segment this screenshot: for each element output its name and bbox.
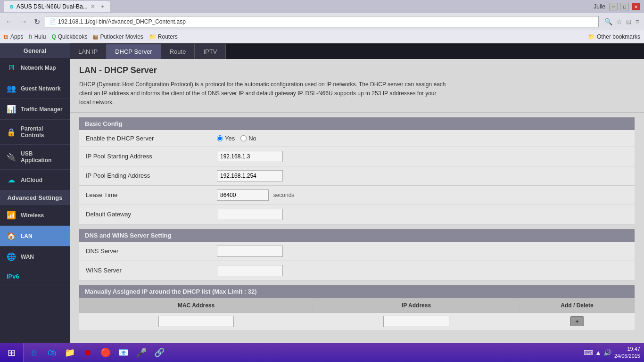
aicloud-icon: ☁ xyxy=(7,175,16,184)
bookmark-hulu[interactable]: h Hulu xyxy=(29,33,46,40)
sidebar-item-wan[interactable]: 🌐 WAN xyxy=(0,247,70,267)
taskbar: ⊞ e 🛍 📁 ⏺ 🔴 📧 🎤 🔗 ⌨ ▲ 🔊 xyxy=(0,343,644,362)
taskbar-ie[interactable]: e xyxy=(25,344,42,361)
tab-iptv[interactable]: IPTV xyxy=(195,44,226,59)
ip-pool-start-input[interactable] xyxy=(217,151,283,162)
traffic-manager-label: Traffic Manager xyxy=(21,106,63,113)
browser-tab[interactable]: ⚙ ASUS DSL-N66U Dual-Ba... ✕ + xyxy=(4,1,110,12)
mac-address-col: MAC Address xyxy=(80,298,313,313)
other-bookmarks[interactable]: 📁 Other bookmarks xyxy=(588,33,640,40)
tab-lan-ip[interactable]: LAN IP xyxy=(70,44,107,59)
close-button[interactable]: ✕ xyxy=(632,3,640,10)
sidebar-item-parental-controls[interactable]: 🔒 Parental Controls xyxy=(0,120,70,145)
menu-button[interactable]: ≡ xyxy=(635,17,640,26)
store-icon: 🛍 xyxy=(48,348,56,358)
other-bookmarks-label: Other bookmarks xyxy=(597,33,640,40)
back-button[interactable]: ← xyxy=(4,16,15,27)
bookmark-putlocker[interactable]: ▦ Putlocker Movies xyxy=(93,33,143,40)
taskbar-network-app[interactable]: 🔗 xyxy=(151,344,168,361)
taskbar-store[interactable]: 🛍 xyxy=(43,344,60,361)
lan-label: LAN xyxy=(21,233,33,239)
outlook-icon: 📧 xyxy=(118,347,129,358)
tab-close-button[interactable]: ✕ xyxy=(91,3,95,10)
default-gateway-input[interactable] xyxy=(217,209,283,220)
page-content: LAN - DHCP Server DHCP (Dynamic Host Con… xyxy=(70,59,644,362)
sidebar-item-lan[interactable]: 🏠 LAN xyxy=(0,226,70,247)
tab-route[interactable]: Route xyxy=(161,44,195,59)
page-view-button[interactable]: ⊡ xyxy=(625,17,633,26)
sidebar-item-network-map[interactable]: 🖥 Network Map xyxy=(0,58,70,78)
taskbar-chrome[interactable]: 🔴 xyxy=(97,344,114,361)
radio-no[interactable] xyxy=(240,135,247,141)
parental-controls-icon: 🔒 xyxy=(7,128,16,137)
tab-dhcp-server[interactable]: DHCP Server xyxy=(107,44,161,59)
nav-icons: 🔍 ☆ ⊡ ≡ xyxy=(603,17,640,26)
speaker-tray-icon: 🔊 xyxy=(603,349,611,356)
taskbar-outlook[interactable]: 📧 xyxy=(115,344,132,361)
dns-server-input-cell xyxy=(211,242,635,261)
add-delete-button[interactable]: + xyxy=(570,316,584,326)
lease-time-input[interactable] xyxy=(217,189,269,201)
radio-yes-label[interactable]: Yes xyxy=(217,135,235,142)
bookmark-routers[interactable]: 📁 Routers xyxy=(149,33,178,40)
ipv6-icon: IPv6 xyxy=(7,273,19,280)
routers-icon: 📁 xyxy=(149,33,156,40)
network-map-icon: 🖥 xyxy=(7,64,16,72)
radio-no-label[interactable]: No xyxy=(240,135,256,142)
ip-address-input[interactable] xyxy=(383,316,449,327)
enable-dhcp-radio-group: Yes No xyxy=(217,135,629,142)
taskbar-media[interactable]: ⏺ xyxy=(79,344,96,361)
hulu-icon: h xyxy=(29,33,32,40)
address-bar[interactable]: 📄 192.168.1.1/cgi-bin/Advanced_DHCP_Cont… xyxy=(45,16,599,27)
sidebar-item-aicloud[interactable]: ☁ AiCloud xyxy=(0,170,70,190)
sidebar-item-traffic-manager[interactable]: 📊 Traffic Manager xyxy=(0,99,70,120)
user-label: Julie xyxy=(594,3,605,10)
apps-icon: ⊞ xyxy=(4,33,8,40)
bookmarks-bar: ⊞ Apps h Hulu Q Quickbooks ▦ Putlocker M… xyxy=(0,30,644,43)
explorer-icon: 📁 xyxy=(65,347,75,358)
taskbar-microphone[interactable]: 🎤 xyxy=(133,344,150,361)
bookmark-quickbooks-label: Quickbooks xyxy=(58,33,88,40)
aicloud-label: AiCloud xyxy=(21,177,42,183)
sidebar-item-guest-network[interactable]: 👥 Guest Network xyxy=(0,78,70,99)
bookmark-apps-label: Apps xyxy=(10,33,23,40)
sidebar-item-ipv6[interactable]: IPv6 xyxy=(0,267,70,286)
microphone-icon: 🎤 xyxy=(136,347,147,358)
wan-label: WAN xyxy=(21,254,34,260)
mac-address-input[interactable] xyxy=(158,316,234,327)
window-controls: ─ □ ✕ xyxy=(609,3,640,10)
dns-wins-table: DNS Server WINS Server xyxy=(79,242,635,280)
enable-dhcp-label: Enable the DHCP Server xyxy=(79,130,211,147)
bookmark-quickbooks[interactable]: Q Quickbooks xyxy=(51,33,87,40)
bookmark-apps[interactable]: ⊞ Apps xyxy=(4,33,23,40)
dns-wins-section: DNS and WINS Server Setting DNS Server W… xyxy=(79,229,635,280)
address-text: 192.168.1.1/cgi-bin/Advanced_DHCP_Conten… xyxy=(58,18,186,25)
forward-button[interactable]: → xyxy=(18,16,29,27)
taskbar-clock: 19:47 24/06/2015 xyxy=(614,346,640,360)
sidebar-item-usb-application[interactable]: 🔌 USB Application xyxy=(0,145,70,170)
wins-server-input-cell xyxy=(211,261,635,280)
wireless-label: Wireless xyxy=(21,212,44,219)
minimize-button[interactable]: ─ xyxy=(609,3,618,10)
tab-title: ASUS DSL-N66U Dual-Ba... xyxy=(17,3,88,10)
search-icon-button[interactable]: 🔍 xyxy=(603,17,613,26)
quickbooks-icon: Q xyxy=(51,33,56,40)
main-layout: General 🖥 Network Map 👥 Guest Network 📊 … xyxy=(0,43,644,362)
network-icon: 🔗 xyxy=(154,347,165,358)
sidebar-item-wireless[interactable]: 📶 Wireless xyxy=(0,205,70,226)
start-button[interactable]: ⊞ xyxy=(0,343,24,362)
browser-title-bar: ⚙ ASUS DSL-N66U Dual-Ba... ✕ + Julie ─ □… xyxy=(0,0,644,13)
keyboard-tray-icon: ⌨ xyxy=(584,349,593,356)
bookmark-star-button[interactable]: ☆ xyxy=(615,17,623,26)
dns-wins-header: DNS and WINS Server Setting xyxy=(79,229,635,242)
page-header: LAN - DHCP Server DHCP (Dynamic Host Con… xyxy=(70,59,644,113)
ip-pool-end-input[interactable] xyxy=(217,170,283,181)
reload-button[interactable]: ↻ xyxy=(32,16,42,27)
wins-server-input[interactable] xyxy=(217,265,283,276)
general-section-label: General xyxy=(0,43,70,58)
maximize-button[interactable]: □ xyxy=(620,3,629,10)
taskbar-explorer[interactable]: 📁 xyxy=(61,344,78,361)
radio-yes[interactable] xyxy=(217,135,223,141)
dns-server-input[interactable] xyxy=(217,246,283,257)
media-icon: ⏺ xyxy=(83,348,92,358)
